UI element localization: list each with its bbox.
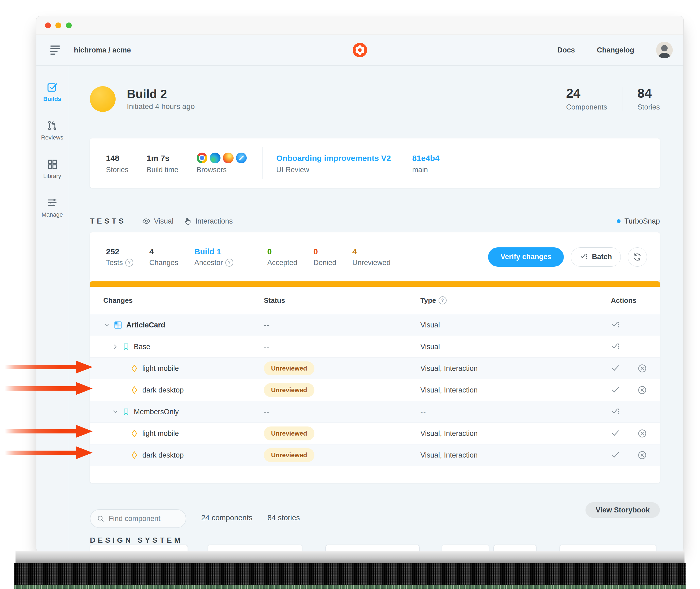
metric-label: Browsers <box>197 166 247 174</box>
breadcrumb[interactable]: hichroma / acme <box>74 46 131 54</box>
ui-review-link[interactable]: Onboarding improvements V2 <box>276 152 394 164</box>
chromatic-logo-icon[interactable] <box>353 43 367 57</box>
search-icon <box>97 515 104 522</box>
tests-metric: 252 Tests? <box>106 247 133 267</box>
table-row-test[interactable]: light mobile Unreviewed Visual, Interact… <box>90 422 660 444</box>
component-icon <box>113 321 122 330</box>
ancestor-build-link[interactable]: Build 1 <box>194 247 233 256</box>
accept-icon[interactable] <box>611 429 620 438</box>
row-name: light mobile <box>142 364 179 373</box>
refresh-button[interactable] <box>628 247 647 267</box>
chevron-down-icon[interactable] <box>103 322 110 329</box>
column-header-changes: Changes <box>103 297 264 305</box>
test-metrics-card: 252 Tests? 4 Changes Build 1 Ancestor? 0 <box>90 232 660 281</box>
accept-icon[interactable] <box>611 386 620 395</box>
metric-value: 1m 7s <box>146 152 179 164</box>
table-row-component[interactable]: ArticleCard -- Visual <box>90 314 660 336</box>
sidebar-label: Manage <box>41 211 63 218</box>
batch-accept-icon[interactable] <box>611 320 621 330</box>
column-header-type: Type? <box>420 297 611 305</box>
batch-accept-icon[interactable] <box>611 407 621 417</box>
browser-icons <box>197 153 247 163</box>
bookmark-icon <box>122 343 130 351</box>
table-row-test[interactable]: dark desktop Unreviewed Visual, Interact… <box>90 444 660 466</box>
top-nav: Docs Changelog <box>557 42 673 58</box>
row-name: dark desktop <box>142 451 184 459</box>
deny-icon[interactable] <box>637 450 647 460</box>
accept-icon[interactable] <box>611 364 620 373</box>
row-status: -- <box>264 408 270 416</box>
sidebar-item-builds[interactable]: Builds <box>43 81 61 103</box>
metric-label: Accepted <box>267 259 298 267</box>
table-row-test[interactable]: light mobile Unreviewed Visual, Interact… <box>90 357 660 379</box>
row-name: dark desktop <box>142 386 184 394</box>
divider <box>252 241 252 273</box>
interactions-filter[interactable]: Interactions <box>184 217 233 225</box>
accept-icon[interactable] <box>611 450 620 460</box>
manage-icon <box>46 197 58 209</box>
edge-icon <box>210 153 221 163</box>
noise-green-line <box>14 585 686 589</box>
search-input[interactable] <box>108 514 179 523</box>
deny-icon[interactable] <box>637 429 647 438</box>
table-rows: ArticleCard -- Visual <box>90 314 660 466</box>
verify-changes-button[interactable]: Verify changes <box>488 247 564 267</box>
zoom-window-button[interactable] <box>66 22 72 28</box>
metric-label: UI Review <box>276 166 394 174</box>
build-status-dot <box>90 86 115 112</box>
chevron-down-icon[interactable] <box>112 408 119 415</box>
stories-count-text: 84 stories <box>267 514 300 522</box>
batch-button[interactable]: Batch <box>571 247 621 267</box>
chevron-right-icon[interactable] <box>112 343 119 350</box>
sidebar-label: Reviews <box>41 134 63 141</box>
table-row-story-group[interactable]: Base -- Visual <box>90 336 660 357</box>
help-icon[interactable]: ? <box>125 259 133 267</box>
build-stats: 24 Components 84 Stories <box>566 87 660 112</box>
diamond-icon <box>130 429 138 438</box>
stories-count: 84 <box>637 87 660 100</box>
sidebar-item-library[interactable]: Library <box>43 158 61 180</box>
sidebar-toggle-icon[interactable] <box>50 45 60 55</box>
window-titlebar <box>36 16 683 35</box>
component-browser-bar: 24 components 84 stories View Storybook <box>90 502 660 528</box>
build-header: Build 2 Initiated 4 hours ago 24 Compone… <box>90 86 660 112</box>
accepted-metric: 0 Accepted <box>267 247 298 267</box>
sidebar-item-manage[interactable]: Manage <box>41 197 63 218</box>
ui-review-link-block: Onboarding improvements V2 UI Review <box>276 152 394 174</box>
divider <box>262 147 263 179</box>
turbosnap-indicator[interactable]: TurboSnap <box>617 217 660 225</box>
changelog-link[interactable]: Changelog <box>597 46 635 54</box>
column-header-actions: Actions <box>611 297 647 305</box>
close-window-button[interactable] <box>45 22 51 28</box>
denied-metric: 0 Denied <box>313 247 336 267</box>
minimize-window-button[interactable] <box>55 22 61 28</box>
deny-icon[interactable] <box>637 385 647 395</box>
metric-value: 4 <box>149 247 178 256</box>
help-icon[interactable]: ? <box>438 297 447 305</box>
design-system-heading: DESIGN SYSTEM <box>90 536 660 545</box>
interactions-filter-label: Interactions <box>195 217 233 225</box>
visual-filter[interactable]: Visual <box>142 217 173 225</box>
metric-label: Ancestor <box>194 259 223 267</box>
help-icon[interactable]: ? <box>225 259 233 267</box>
status-badge: Unreviewed <box>264 361 314 375</box>
find-component-search[interactable] <box>90 509 186 528</box>
app-window: hichroma / acme Docs Changelog <box>36 16 684 552</box>
view-storybook-button[interactable]: View Storybook <box>586 502 660 518</box>
row-type: -- <box>420 408 426 416</box>
user-avatar[interactable] <box>656 42 673 58</box>
sidebar-item-reviews[interactable]: Reviews <box>41 120 63 141</box>
table-row-story-group[interactable]: MembersOnly -- -- <box>90 401 660 422</box>
builds-icon <box>46 81 58 93</box>
row-type: Visual, Interaction <box>420 451 478 459</box>
batch-accept-icon[interactable] <box>611 342 621 352</box>
docs-link[interactable]: Docs <box>557 46 575 54</box>
visual-filter-label: Visual <box>154 217 173 225</box>
components-stat: 24 Components <box>566 87 622 112</box>
table-row-test[interactable]: dark desktop Unreviewed Visual, Interact… <box>90 379 660 401</box>
commit-link[interactable]: 81e4b4 <box>412 152 440 164</box>
row-name: MembersOnly <box>134 408 179 416</box>
row-type: Visual, Interaction <box>420 386 478 394</box>
deny-icon[interactable] <box>637 364 647 373</box>
status-badge: Unreviewed <box>264 383 314 397</box>
